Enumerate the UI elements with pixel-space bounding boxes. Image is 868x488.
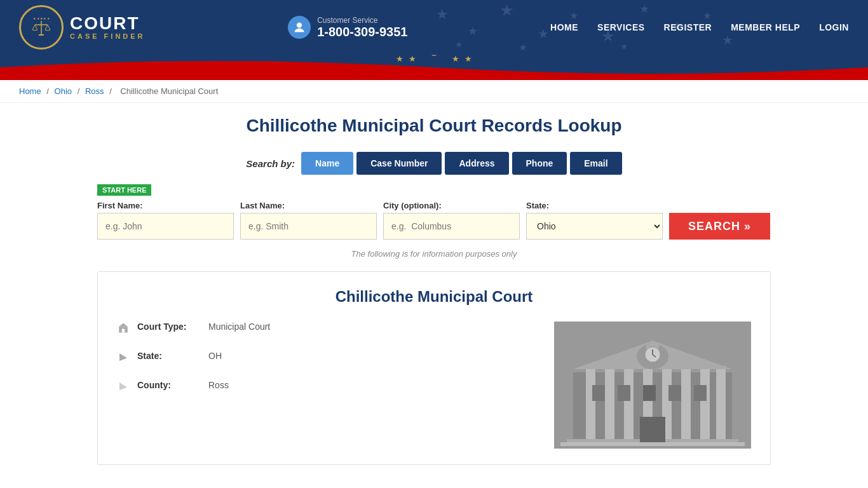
search-button[interactable]: SEARCH »	[669, 213, 770, 240]
county-row: County: Ross	[117, 380, 535, 395]
main-nav: HOME SERVICES REGISTER MEMBER HELP LOGIN	[550, 22, 849, 32]
svg-rect-16	[39, 34, 44, 36]
tab-email[interactable]: Email	[570, 152, 621, 175]
breadcrumb-ross[interactable]: Ross	[85, 86, 104, 96]
court-card-title: Chillicothe Municipal Court	[117, 288, 751, 306]
first-name-label: First Name:	[97, 201, 234, 210]
court-type-row: Court Type: Municipal Court	[117, 322, 535, 337]
tab-case-number[interactable]: Case Number	[356, 152, 442, 175]
svg-rect-31	[700, 366, 710, 442]
tab-address[interactable]: Address	[445, 152, 508, 175]
svg-rect-39	[618, 385, 630, 401]
last-name-group: Last Name:	[240, 201, 377, 240]
svg-text:★: ★	[519, 42, 527, 53]
svg-rect-43	[640, 417, 665, 442]
customer-service: Customer Service 1-800-309-9351	[288, 16, 407, 39]
last-name-input[interactable]	[240, 213, 377, 240]
svg-marker-21	[119, 323, 128, 327]
city-input[interactable]	[383, 213, 520, 240]
nav-login[interactable]: LOGIN	[819, 22, 849, 32]
info-note: The following is for information purpose…	[97, 249, 771, 259]
nav-home[interactable]: HOME	[550, 22, 578, 32]
court-building-image	[554, 322, 751, 449]
court-type-value: Municipal Court	[208, 322, 270, 332]
search-by-label: Search by:	[246, 158, 295, 169]
search-form-row: First Name: Last Name: City (optional): …	[97, 201, 771, 240]
svg-rect-37	[560, 442, 745, 446]
breadcrumb-sep-2: /	[78, 86, 82, 96]
city-label: City (optional):	[383, 201, 520, 210]
state-value: OH	[208, 351, 222, 361]
state-label-detail: State:	[137, 351, 201, 361]
state-group: State: AlabamaAlaskaArizonaArkansasCalif…	[526, 201, 663, 240]
breadcrumb-ohio[interactable]: Ohio	[55, 86, 72, 96]
state-row: State: OH	[117, 351, 535, 366]
star-left-1: ★	[396, 54, 403, 64]
svg-rect-42	[694, 385, 707, 401]
last-name-label: Last Name:	[240, 201, 377, 210]
court-card: Chillicothe Municipal Court Court Type: …	[97, 271, 771, 465]
court-type-label: Court Type:	[137, 322, 201, 332]
main-content: Chillicothe Municipal Court Records Look…	[85, 103, 783, 478]
county-value: Ross	[208, 380, 229, 390]
svg-text:★: ★	[468, 25, 478, 37]
court-info-layout: Court Type: Municipal Court State: OH	[117, 322, 751, 449]
svg-text:★: ★	[538, 27, 549, 41]
svg-text:★: ★	[639, 3, 649, 15]
star-right-2: ★	[465, 54, 472, 64]
site-header: ★ ★ ★ ★ ★ ★ ★ ★ ★ ★ ★ ★ ★	[0, 0, 868, 80]
breadcrumb-sep-3: /	[109, 86, 114, 96]
page-title: Chillicothe Municipal Court Records Look…	[97, 116, 771, 136]
svg-text:★: ★	[620, 41, 628, 51]
svg-text:★: ★	[499, 1, 514, 20]
breadcrumb-sep-1: /	[46, 86, 51, 96]
search-by-row: Search by: Name Case Number Address Phon…	[97, 152, 771, 175]
svg-text:★: ★	[455, 39, 463, 50]
nav-register[interactable]: REGISTER	[664, 22, 712, 32]
svg-rect-38	[592, 385, 605, 401]
breadcrumb-home[interactable]: Home	[19, 86, 41, 96]
svg-rect-27	[624, 366, 634, 442]
svg-rect-22	[122, 329, 125, 333]
city-group: City (optional):	[383, 201, 520, 240]
logo-emblem: ★ ★ ★ ★ ★	[19, 5, 64, 50]
logo-text: COURT CASE FINDER	[70, 15, 146, 40]
svg-text:★ ★ ★ ★ ★: ★ ★ ★ ★ ★	[33, 17, 50, 20]
star-right-1: ★	[452, 54, 459, 64]
breadcrumb: Home / Ohio / Ross / Chillicothe Municip…	[0, 80, 868, 103]
breadcrumb-current: Chillicothe Municipal Court	[120, 86, 218, 96]
building-icon	[117, 322, 130, 337]
svg-text:★: ★	[436, 6, 449, 22]
tab-name[interactable]: Name	[301, 152, 353, 175]
start-here-badge: START HERE	[97, 184, 151, 196]
court-details: Court Type: Municipal Court State: OH	[117, 322, 535, 449]
search-form-area: START HERE First Name: Last Name: City (…	[97, 184, 771, 240]
phone-icon	[288, 16, 311, 39]
svg-rect-41	[668, 385, 681, 401]
svg-rect-25	[586, 366, 595, 442]
svg-rect-26	[605, 366, 614, 442]
tab-phone[interactable]: Phone	[512, 152, 567, 175]
county-icon	[117, 381, 130, 395]
first-name-group: First Name:	[97, 201, 234, 240]
logo[interactable]: ★ ★ ★ ★ ★ COURT CASE FINDER	[19, 5, 146, 50]
svg-text:★: ★	[722, 33, 733, 47]
eagle-icon	[421, 50, 447, 67]
state-icon	[117, 351, 130, 366]
svg-text:★: ★	[569, 10, 578, 21]
nav-member-help[interactable]: MEMBER HELP	[731, 22, 800, 32]
nav-services[interactable]: SERVICES	[597, 22, 645, 32]
svg-text:★: ★	[703, 10, 712, 21]
svg-rect-40	[643, 385, 656, 401]
svg-point-17	[297, 23, 302, 28]
star-left-2: ★	[409, 54, 416, 64]
state-select[interactable]: AlabamaAlaskaArizonaArkansasCaliforniaCo…	[526, 213, 663, 240]
state-label: State:	[526, 201, 663, 210]
svg-rect-32	[716, 366, 726, 442]
county-label: County:	[137, 380, 201, 390]
svg-rect-30	[681, 366, 691, 442]
first-name-input[interactable]	[97, 213, 234, 240]
